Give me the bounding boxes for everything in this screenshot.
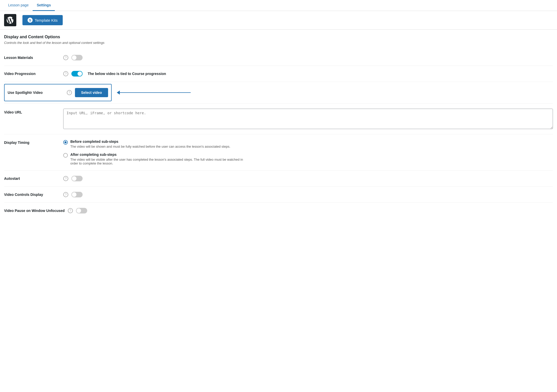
tab-lesson-page-label: Lesson page: [8, 3, 29, 7]
radio-before-text: Before completed sub-steps The video wil…: [70, 140, 230, 148]
radio-after-text: After completing sub-steps The video wil…: [70, 153, 249, 165]
divider-5: [4, 170, 553, 171]
video-url-row: Video URL: [4, 105, 553, 133]
lesson-materials-toggle[interactable]: [71, 55, 83, 60]
arrow-annotation: [117, 91, 191, 95]
video-controls-display-toggle[interactable]: [71, 192, 83, 197]
tabs-bar: Lesson page Settings: [0, 0, 557, 11]
video-pause-window-help-icon[interactable]: ?: [68, 208, 73, 213]
select-video-button[interactable]: Select video: [75, 88, 108, 97]
video-url-label: Video URL: [4, 109, 60, 114]
display-timing-label: Display Timing: [4, 140, 60, 145]
use-spotlightr-video-row: Use Spotlightr Video ? Select video: [4, 84, 112, 101]
lesson-materials-help-icon[interactable]: ?: [63, 55, 68, 60]
video-progression-info: The below video is tied to Course progre…: [88, 72, 166, 76]
autostart-row: Autostart ?: [4, 172, 553, 185]
settings-section: Lesson Materials ? Video Progression ? T…: [4, 51, 553, 218]
lesson-materials-label: Lesson Materials: [4, 56, 60, 60]
radio-option-after: After completing sub-steps The video wil…: [63, 153, 249, 165]
radio-before-description: The video will be shown and must be full…: [70, 145, 230, 148]
video-pause-window-toggle[interactable]: [76, 208, 87, 213]
video-progression-help-icon[interactable]: ?: [63, 71, 68, 76]
video-controls-display-help-icon[interactable]: ?: [63, 192, 68, 197]
use-spotlightr-video-label: Use Spotlightr Video: [8, 91, 64, 95]
video-url-input[interactable]: [63, 109, 553, 129]
video-progression-row: Video Progression ? The below video is t…: [4, 67, 553, 81]
divider-7: [4, 203, 553, 203]
video-progression-label: Video Progression: [4, 72, 60, 76]
radio-after-label: After completing sub-steps: [70, 153, 249, 157]
template-kits-label: Template Kits: [35, 18, 58, 22]
lesson-materials-row: Lesson Materials ?: [4, 51, 553, 65]
divider-1: [4, 66, 553, 66]
tab-settings[interactable]: Settings: [33, 0, 55, 11]
autostart-label: Autostart: [4, 176, 60, 181]
radio-before-icon[interactable]: [63, 140, 68, 145]
radio-option-before: Before completed sub-steps The video wil…: [63, 140, 249, 148]
video-pause-window-label: Video Pause on Window Unfocused: [4, 209, 65, 213]
divider-3: [4, 103, 553, 104]
section-title: Display and Content Options: [4, 35, 553, 39]
display-timing-radio-group: Before completed sub-steps The video wil…: [63, 140, 249, 165]
video-controls-display-label: Video Controls Display: [4, 193, 60, 197]
video-controls-display-row: Video Controls Display ?: [4, 188, 553, 201]
video-pause-window-row: Video Pause on Window Unfocused ?: [4, 204, 553, 218]
divider-2: [4, 82, 553, 82]
template-kits-icon: S: [28, 18, 33, 23]
video-progression-toggle[interactable]: [71, 71, 83, 77]
wp-logo: [4, 14, 16, 26]
display-timing-row: Display Timing Before completed sub-step…: [4, 135, 553, 169]
arrow-line: [119, 92, 191, 93]
radio-after-description: The video will be visible after the user…: [70, 158, 249, 165]
radio-before-label: Before completed sub-steps: [70, 140, 230, 144]
tab-lesson-page[interactable]: Lesson page: [4, 0, 33, 11]
tab-settings-label: Settings: [37, 3, 51, 7]
autostart-toggle[interactable]: [71, 176, 83, 181]
toolbar: S Template Kits: [0, 11, 557, 30]
template-kits-button[interactable]: S Template Kits: [22, 15, 63, 25]
divider-4: [4, 134, 553, 134]
section-description: Controls the look and feel of the lesson…: [4, 41, 553, 45]
main-content: Display and Content Options Controls the…: [0, 30, 557, 223]
wordpress-logo-icon: [6, 16, 14, 24]
divider-6: [4, 186, 553, 187]
autostart-help-icon[interactable]: ?: [63, 176, 68, 181]
use-spotlightr-video-help-icon[interactable]: ?: [67, 90, 72, 95]
radio-after-icon[interactable]: [63, 153, 68, 158]
